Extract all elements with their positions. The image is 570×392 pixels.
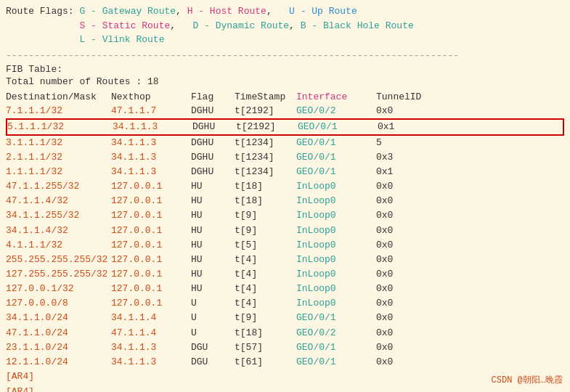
cell-flag: DGU: [191, 355, 235, 369]
cell-time: t[57]: [235, 340, 296, 355]
cell-intf: InLoop0: [296, 224, 376, 238]
cell-dest: 2.1.1.1/32: [6, 150, 111, 165]
table-row: 7.1.1.1/32 47.1.1.7 DGHU t[2192] GEO/0/2…: [6, 104, 564, 118]
cell-dest: 47.1.1.4/32: [6, 194, 111, 208]
cell-tunn: 0x0: [376, 179, 434, 194]
table-row: 3.1.1.1/32 34.1.1.3 DGHU t[1234] GEO/0/1…: [6, 136, 564, 150]
cell-next: 34.1.1.4: [111, 311, 191, 325]
ar4-line: [AR4]: [6, 369, 564, 385]
cell-time: t[2192]: [235, 104, 296, 118]
cell-tunn: 0x0: [376, 194, 434, 208]
table-row: 127.0.0.1/32 127.0.0.1 HU t[4] InLoop0 0…: [6, 282, 564, 296]
cell-intf: GEO/0/1: [296, 165, 376, 179]
cell-intf: GEO/0/1: [296, 355, 376, 369]
table-row: 34.1.1.4/32 127.0.0.1 HU t[9] InLoop0 0x…: [6, 224, 564, 238]
cell-next: 34.1.1.3: [111, 355, 191, 369]
cell-intf: InLoop0: [296, 296, 376, 311]
legend-line2: S - Static Route, D - Dynamic Route, B -…: [6, 19, 564, 33]
cell-tunn: 0x0: [376, 208, 434, 223]
table-row: 34.1.1.255/32 127.0.0.1 HU t[9] InLoop0 …: [6, 208, 564, 223]
cell-flag: HU: [191, 179, 235, 194]
b-flag: B - Black Hole Route: [301, 20, 414, 31]
table-row: 47.1.1.4/32 127.0.0.1 HU t[18] InLoop0 0…: [6, 194, 564, 208]
cell-time: t[1234]: [235, 150, 296, 165]
table-row: 4.1.1.1/32 127.0.0.1 HU t[5] InLoop0 0x0: [6, 238, 564, 253]
s-flag: S - Static Route: [79, 20, 170, 31]
legend-line1: Route Flags: G - Gateway Route, H - Host…: [6, 4, 564, 19]
table-row: 127.255.255.255/32 127.0.0.1 HU t[4] InL…: [6, 267, 564, 282]
cell-flag: HU: [191, 194, 235, 208]
table-body: 7.1.1.1/32 47.1.1.7 DGHU t[2192] GEO/0/2…: [6, 104, 564, 370]
cell-next: 127.0.0.1: [111, 179, 191, 194]
cell-tunn: 0x1: [378, 120, 436, 134]
cell-tunn: 5: [376, 136, 434, 150]
cell-intf: GEO/0/1: [298, 120, 378, 134]
cell-next: 127.0.0.1: [111, 253, 191, 267]
cell-intf: InLoop0: [296, 208, 376, 223]
cell-flag: U: [191, 326, 235, 340]
ar4-line: [AR4]: [6, 385, 564, 392]
table-row: 255.255.255.255/32 127.0.0.1 HU t[4] InL…: [6, 253, 564, 267]
cell-intf: GEO/0/2: [296, 104, 376, 118]
cell-tunn: 0x0: [376, 355, 434, 369]
table-row: 34.1.1.0/24 34.1.1.4 U t[9] GEO/0/1 0x0: [6, 311, 564, 325]
cell-next: 34.1.1.3: [111, 340, 191, 355]
cell-tunn: 0x0: [376, 326, 434, 340]
cell-flag: HU: [191, 253, 235, 267]
cell-time: t[61]: [235, 355, 296, 369]
cell-time: t[4]: [235, 253, 296, 267]
cell-dest: 47.1.1.0/24: [6, 326, 111, 340]
cell-intf: InLoop0: [296, 282, 376, 296]
cell-flag: HU: [191, 282, 235, 296]
cell-time: t[18]: [235, 194, 296, 208]
route-count: Total number of Routes : 18: [6, 76, 564, 87]
u-flag: U - Up Route: [289, 6, 357, 17]
cell-tunn: 0x0: [376, 296, 434, 311]
cell-dest: 34.1.1.255/32: [6, 208, 111, 223]
cell-time: t[18]: [235, 179, 296, 194]
table-row: 1.1.1.1/32 34.1.1.3 DGHU t[1234] GEO/0/1…: [6, 165, 564, 179]
table-row: 47.1.1.0/24 47.1.1.4 U t[18] GEO/0/2 0x0: [6, 326, 564, 340]
cell-next: 127.0.0.1: [111, 296, 191, 311]
cell-tunn: 0x0: [376, 282, 434, 296]
cell-flag: DGHU: [191, 136, 235, 150]
cell-intf: InLoop0: [296, 267, 376, 282]
cell-tunn: 0x0: [376, 340, 434, 355]
cell-dest: 12.1.1.0/24: [6, 355, 111, 369]
cell-intf: InLoop0: [296, 179, 376, 194]
cell-flag: DGHU: [191, 104, 235, 118]
header-next: Nexthop: [111, 91, 191, 102]
cell-time: t[9]: [235, 311, 296, 325]
cell-flag: U: [191, 296, 235, 311]
cell-time: t[4]: [235, 267, 296, 282]
header-time: TimeStamp: [235, 91, 296, 102]
cell-flag: HU: [191, 267, 235, 282]
cell-flag: U: [191, 311, 235, 325]
divider: ----------------------------------------…: [6, 50, 564, 61]
cell-dest: 127.255.255.255/32: [6, 267, 111, 282]
cell-flag: DGHU: [191, 150, 235, 165]
cell-dest: 47.1.1.255/32: [6, 179, 111, 194]
cell-dest: 127.0.0.0/8: [6, 296, 111, 311]
cell-tunn: 0x0: [376, 104, 434, 118]
cell-tunn: 0x0: [376, 267, 434, 282]
cell-intf: GEO/0/1: [296, 136, 376, 150]
d-flag: D - Dynamic Route: [192, 20, 289, 31]
legend-line3: L - Vlink Route: [6, 33, 564, 47]
cell-tunn: 0x3: [376, 150, 434, 165]
header-intf: Interface: [296, 91, 376, 102]
cell-next: 127.0.0.1: [111, 238, 191, 253]
cell-flag: HU: [191, 208, 235, 223]
cell-dest: 255.255.255.255/32: [6, 253, 111, 267]
cell-flag: DGU: [191, 340, 235, 355]
ar4-lines: [AR4][AR4][AR4][AR4]: [6, 369, 564, 392]
cell-intf: GEO/0/1: [296, 311, 376, 325]
cell-dest: 3.1.1.1/32: [6, 136, 111, 150]
cell-next: 34.1.1.3: [111, 150, 191, 165]
cell-dest: 127.0.0.1/32: [6, 282, 111, 296]
table-row: 23.1.1.0/24 34.1.1.3 DGU t[57] GEO/0/1 0…: [6, 340, 564, 355]
cell-next: 47.1.1.7: [111, 104, 191, 118]
cell-intf: GEO/0/1: [296, 340, 376, 355]
cell-time: t[18]: [235, 326, 296, 340]
cell-next: 127.0.0.1: [111, 282, 191, 296]
